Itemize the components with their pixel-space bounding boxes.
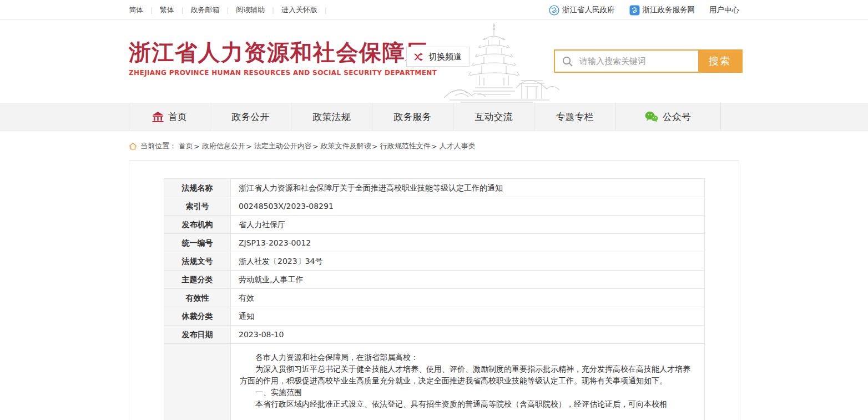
home-icon — [129, 142, 137, 150]
field-value-issuing-agency: 省人力社保厅 — [231, 216, 705, 234]
field-value-validity: 有效 — [231, 289, 705, 307]
field-label: 体裁分类 — [164, 307, 231, 326]
field-label: 统一编号 — [164, 234, 231, 252]
field-value-unified-number: ZJSP13-2023-0012 — [231, 234, 705, 252]
wechat-icon — [645, 111, 658, 122]
site-logo[interactable]: 浙江省人力资源和社会保障厅 ZHEJIANG PROVINCE HUMAN RE… — [129, 40, 437, 77]
search-button[interactable]: 搜索 — [698, 51, 741, 72]
field-label: 发布机构 — [164, 216, 231, 234]
document-paragraph: 各市人力资源和社会保障局，在浙省部属高校： — [240, 352, 695, 363]
nav-item-home[interactable]: 首页 — [129, 103, 210, 131]
nav-item-policies-regulations[interactable]: 政策法规 — [291, 103, 372, 131]
home-building-icon — [152, 112, 164, 122]
site-search: 搜索 — [554, 49, 743, 73]
field-label: 法规文号 — [164, 252, 231, 271]
table-row: 发布机构 省人力社保厅 — [164, 216, 705, 234]
field-label: 发布日期 — [164, 326, 231, 344]
field-value-publish-date: 2023-08-10 — [231, 326, 705, 344]
table-row: 索引号 00248503X/2023-08291 — [164, 197, 705, 216]
breadcrumb-link-policy-documents[interactable]: 政策文件及解读 — [321, 141, 371, 151]
table-row: 主题分类 劳动就业,人事工作 — [164, 271, 705, 289]
field-label-empty — [164, 344, 231, 420]
document-detail-card: 法规名称 浙江省人力资源和社会保障厅关于全面推进高校职业技能等级认定工作的通知 … — [129, 160, 739, 420]
search-icon — [555, 51, 579, 72]
document-body-text: 各市人力资源和社会保障局，在浙省部属高校： 为深入贯彻习近平总书记关于健全技能人… — [231, 344, 705, 420]
breadcrumb-prefix: 当前位置： — [140, 141, 176, 151]
field-value-regulation-name: 浙江省人力资源和社会保障厅关于全面推进高校职业技能等级认定工作的通知 — [231, 179, 705, 197]
document-paragraph: 一、实施范围 — [240, 387, 695, 398]
field-value-document-number: 浙人社发〔2023〕34号 — [231, 252, 705, 271]
zhejiang-service-icon — [629, 5, 640, 16]
nav-item-wechat-official[interactable]: 公众号 — [615, 103, 720, 131]
utility-links: 简体｜ 繁体｜ 政务邮箱｜ 阅读辅助｜ 进入关怀版｜ — [129, 5, 334, 15]
table-row: 法规名称 浙江省人力资源和社会保障厅关于全面推进高校职业技能等级认定工作的通知 — [164, 179, 705, 197]
breadcrumb-link-home[interactable]: 首页 — [179, 141, 193, 151]
document-metadata-table: 法规名称 浙江省人力资源和社会保障厅关于全面推进高校职业技能等级认定工作的通知 … — [164, 178, 705, 420]
table-row: 统一编号 ZJSP13-2023-0012 — [164, 234, 705, 252]
link-user-center[interactable]: 用户中心 — [709, 5, 739, 15]
breadcrumb-link-statutory-disclosure[interactable]: 法定主动公开内容 — [254, 141, 312, 151]
link-accessibility-version[interactable]: 进入关怀版 — [281, 5, 317, 15]
zhejiang-gov-icon — [549, 5, 559, 16]
document-paragraph: 本省行政区域内经批准正式设立、依法登记、具有招生资质的普通高等院校（含高职院校）… — [240, 398, 695, 410]
pagoda-sketch-illustration — [433, 21, 561, 103]
link-simplified-chinese[interactable]: 简体 — [129, 5, 143, 15]
nav-trailing-divider — [720, 103, 868, 131]
nav-item-special-topics[interactable]: 专题专栏 — [534, 103, 615, 131]
link-gov-mail[interactable]: 政务邮箱 — [191, 5, 220, 15]
table-row: 发布日期 2023-08-10 — [164, 326, 705, 344]
field-value-index-number: 00248503X/2023-08291 — [231, 197, 705, 216]
site-header: 浙江省人力资源和社会保障厅 ZHEJIANG PROVINCE HUMAN RE… — [0, 20, 868, 103]
field-label: 有效性 — [164, 289, 231, 307]
nav-item-government-services[interactable]: 政务服务 — [372, 103, 453, 131]
table-row: 有效性 有效 — [164, 289, 705, 307]
field-label: 主题分类 — [164, 271, 231, 289]
table-row-body: 各市人力资源和社会保障局，在浙省部属高校： 为深入贯彻习近平总书记关于健全技能人… — [164, 344, 705, 420]
link-zhejiang-gov-portal[interactable]: 浙江省人民政府 — [549, 5, 615, 16]
nav-item-interaction[interactable]: 互动交流 — [453, 103, 534, 131]
breadcrumb-link-administrative-normative[interactable]: 行政规范性文件 — [380, 141, 431, 151]
site-subtitle-english: ZHEJIANG PROVINCE HUMAN RESOURCES AND SO… — [129, 69, 437, 77]
breadcrumb-link-gov-info[interactable]: 政府信息公开 — [202, 141, 245, 151]
field-label: 法规名称 — [164, 179, 231, 197]
portal-links: 浙江省人民政府 浙江政务服务网 用户中心 — [549, 5, 739, 16]
breadcrumb-link-talent-personnel[interactable]: 人才人事类 — [440, 141, 476, 151]
document-paragraph: 为深入贯彻习近平总书记关于健全技能人才培养、使用、评价、激励制度的重要指示批示精… — [240, 363, 695, 387]
search-input[interactable] — [579, 51, 698, 72]
field-label: 索引号 — [164, 197, 231, 216]
nav-item-public-information[interactable]: 政务公开 — [210, 103, 291, 131]
site-title: 浙江省人力资源和社会保障厅 — [129, 40, 437, 64]
field-value-genre-category: 通知 — [231, 307, 705, 326]
link-zhejiang-service-portal[interactable]: 浙江政务服务网 — [629, 5, 695, 16]
main-navigation: 首页 政务公开 政策法规 政务服务 互动交流 专题专栏 公众号 — [0, 103, 868, 131]
breadcrumb: 当前位置： 首页> 政府信息公开> 法定主动公开内容> 政策文件及解读> 行政规… — [0, 141, 868, 151]
shuffle-icon — [414, 53, 425, 61]
field-value-subject-category: 劳动就业,人事工作 — [231, 271, 705, 289]
link-reading-assist[interactable]: 阅读辅助 — [236, 5, 265, 15]
table-row: 体裁分类 通知 — [164, 307, 705, 326]
link-traditional-chinese[interactable]: 繁体 — [160, 5, 174, 15]
top-utility-bar: 简体｜ 繁体｜ 政务邮箱｜ 阅读辅助｜ 进入关怀版｜ 浙江省人民政府 浙江政务服… — [0, 0, 868, 20]
table-row: 法规文号 浙人社发〔2023〕34号 — [164, 252, 705, 271]
